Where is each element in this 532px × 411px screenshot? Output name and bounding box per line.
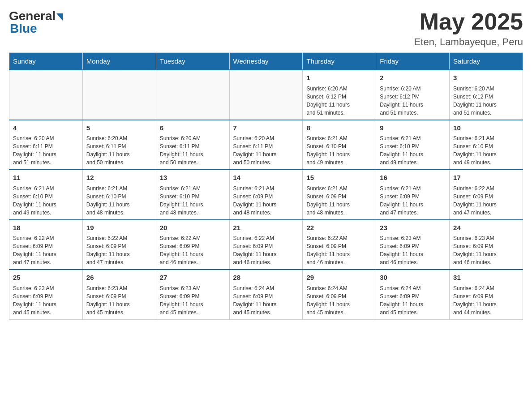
day-number: 26 bbox=[86, 273, 152, 283]
calendar-header-sunday: Sunday bbox=[9, 53, 83, 70]
day-info: Sunrise: 6:23 AM Sunset: 6:09 PM Dayligh… bbox=[86, 284, 152, 317]
week-row-5: 25Sunrise: 6:23 AM Sunset: 6:09 PM Dayli… bbox=[9, 270, 523, 319]
month-title: May 2025 bbox=[414, 9, 523, 34]
calendar-cell: 18Sunrise: 6:22 AM Sunset: 6:09 PM Dayli… bbox=[9, 220, 83, 270]
day-number: 18 bbox=[13, 223, 79, 233]
day-number: 31 bbox=[453, 273, 519, 283]
day-number: 9 bbox=[380, 123, 446, 133]
calendar-header-monday: Monday bbox=[82, 53, 156, 70]
day-info: Sunrise: 6:22 AM Sunset: 6:09 PM Dayligh… bbox=[233, 234, 299, 266]
day-number: 24 bbox=[453, 223, 519, 233]
calendar-cell bbox=[229, 70, 303, 120]
calendar-header-friday: Friday bbox=[376, 53, 450, 70]
calendar-cell: 19Sunrise: 6:22 AM Sunset: 6:09 PM Dayli… bbox=[82, 220, 156, 270]
day-number: 21 bbox=[233, 223, 299, 233]
calendar-cell: 5Sunrise: 6:20 AM Sunset: 6:11 PM Daylig… bbox=[82, 120, 156, 170]
day-number: 10 bbox=[453, 123, 519, 133]
calendar-cell: 22Sunrise: 6:22 AM Sunset: 6:09 PM Dayli… bbox=[303, 220, 376, 270]
logo-blue-text: Blue bbox=[10, 21, 37, 36]
day-info: Sunrise: 6:21 AM Sunset: 6:09 PM Dayligh… bbox=[233, 184, 299, 217]
calendar-header-saturday: Saturday bbox=[450, 53, 523, 70]
calendar-cell: 14Sunrise: 6:21 AM Sunset: 6:09 PM Dayli… bbox=[229, 170, 303, 220]
calendar-cell: 7Sunrise: 6:20 AM Sunset: 6:11 PM Daylig… bbox=[229, 120, 303, 170]
day-info: Sunrise: 6:24 AM Sunset: 6:09 PM Dayligh… bbox=[233, 284, 299, 317]
day-info: Sunrise: 6:21 AM Sunset: 6:10 PM Dayligh… bbox=[453, 134, 519, 167]
day-info: Sunrise: 6:21 AM Sunset: 6:09 PM Dayligh… bbox=[306, 184, 372, 217]
calendar-cell: 3Sunrise: 6:20 AM Sunset: 6:12 PM Daylig… bbox=[450, 70, 523, 120]
day-number: 23 bbox=[380, 223, 446, 233]
day-number: 19 bbox=[86, 223, 152, 233]
calendar-cell: 31Sunrise: 6:24 AM Sunset: 6:09 PM Dayli… bbox=[450, 270, 523, 319]
day-info: Sunrise: 6:22 AM Sunset: 6:09 PM Dayligh… bbox=[453, 184, 519, 217]
calendar-cell: 17Sunrise: 6:22 AM Sunset: 6:09 PM Dayli… bbox=[450, 170, 523, 220]
calendar-cell: 11Sunrise: 6:21 AM Sunset: 6:10 PM Dayli… bbox=[9, 170, 83, 220]
week-row-1: 1Sunrise: 6:20 AM Sunset: 6:12 PM Daylig… bbox=[9, 70, 523, 120]
day-info: Sunrise: 6:23 AM Sunset: 6:09 PM Dayligh… bbox=[380, 234, 446, 266]
day-info: Sunrise: 6:21 AM Sunset: 6:09 PM Dayligh… bbox=[380, 184, 446, 217]
day-info: Sunrise: 6:20 AM Sunset: 6:12 PM Dayligh… bbox=[306, 85, 372, 117]
calendar-header-tuesday: Tuesday bbox=[156, 53, 229, 70]
calendar-cell: 25Sunrise: 6:23 AM Sunset: 6:09 PM Dayli… bbox=[9, 270, 83, 319]
week-row-2: 4Sunrise: 6:20 AM Sunset: 6:11 PM Daylig… bbox=[9, 120, 523, 170]
calendar-cell: 20Sunrise: 6:22 AM Sunset: 6:09 PM Dayli… bbox=[156, 220, 229, 270]
day-info: Sunrise: 6:22 AM Sunset: 6:09 PM Dayligh… bbox=[160, 234, 226, 266]
day-info: Sunrise: 6:21 AM Sunset: 6:10 PM Dayligh… bbox=[306, 134, 372, 167]
calendar-cell: 12Sunrise: 6:21 AM Sunset: 6:10 PM Dayli… bbox=[82, 170, 156, 220]
calendar-cell: 15Sunrise: 6:21 AM Sunset: 6:09 PM Dayli… bbox=[303, 170, 376, 220]
title-section: May 2025 Eten, Lambayeque, Peru bbox=[414, 9, 523, 48]
calendar-cell: 27Sunrise: 6:23 AM Sunset: 6:09 PM Dayli… bbox=[156, 270, 229, 319]
day-info: Sunrise: 6:21 AM Sunset: 6:10 PM Dayligh… bbox=[13, 184, 79, 217]
calendar-cell: 1Sunrise: 6:20 AM Sunset: 6:12 PM Daylig… bbox=[303, 70, 376, 120]
calendar-cell: 10Sunrise: 6:21 AM Sunset: 6:10 PM Dayli… bbox=[450, 120, 523, 170]
calendar-cell: 8Sunrise: 6:21 AM Sunset: 6:10 PM Daylig… bbox=[303, 120, 376, 170]
calendar-header-row: SundayMondayTuesdayWednesdayThursdayFrid… bbox=[9, 53, 523, 70]
calendar-cell: 21Sunrise: 6:22 AM Sunset: 6:09 PM Dayli… bbox=[229, 220, 303, 270]
calendar-cell: 29Sunrise: 6:24 AM Sunset: 6:09 PM Dayli… bbox=[303, 270, 376, 319]
logo: General Blue bbox=[9, 9, 63, 36]
calendar-cell: 2Sunrise: 6:20 AM Sunset: 6:12 PM Daylig… bbox=[376, 70, 450, 120]
week-row-3: 11Sunrise: 6:21 AM Sunset: 6:10 PM Dayli… bbox=[9, 170, 523, 220]
day-info: Sunrise: 6:20 AM Sunset: 6:12 PM Dayligh… bbox=[453, 85, 519, 117]
day-number: 14 bbox=[233, 173, 299, 183]
day-number: 25 bbox=[13, 273, 79, 283]
day-number: 4 bbox=[13, 123, 79, 133]
calendar-cell: 26Sunrise: 6:23 AM Sunset: 6:09 PM Dayli… bbox=[82, 270, 156, 319]
day-info: Sunrise: 6:21 AM Sunset: 6:10 PM Dayligh… bbox=[160, 184, 226, 217]
calendar-cell bbox=[9, 70, 83, 120]
calendar-table: SundayMondayTuesdayWednesdayThursdayFrid… bbox=[9, 52, 523, 320]
day-number: 17 bbox=[453, 173, 519, 183]
day-info: Sunrise: 6:22 AM Sunset: 6:09 PM Dayligh… bbox=[306, 234, 372, 266]
day-number: 5 bbox=[86, 123, 152, 133]
calendar-cell: 9Sunrise: 6:21 AM Sunset: 6:10 PM Daylig… bbox=[376, 120, 450, 170]
calendar-cell: 30Sunrise: 6:24 AM Sunset: 6:09 PM Dayli… bbox=[376, 270, 450, 319]
day-info: Sunrise: 6:22 AM Sunset: 6:09 PM Dayligh… bbox=[86, 234, 152, 266]
day-info: Sunrise: 6:23 AM Sunset: 6:09 PM Dayligh… bbox=[13, 284, 79, 317]
day-number: 6 bbox=[160, 123, 226, 133]
day-number: 30 bbox=[380, 273, 446, 283]
day-number: 22 bbox=[306, 223, 372, 233]
location-title: Eten, Lambayeque, Peru bbox=[414, 36, 523, 48]
day-number: 2 bbox=[380, 73, 446, 83]
day-number: 15 bbox=[306, 173, 372, 183]
calendar-cell bbox=[82, 70, 156, 120]
day-number: 8 bbox=[306, 123, 372, 133]
day-info: Sunrise: 6:20 AM Sunset: 6:11 PM Dayligh… bbox=[233, 134, 299, 167]
day-info: Sunrise: 6:21 AM Sunset: 6:10 PM Dayligh… bbox=[86, 184, 152, 217]
day-info: Sunrise: 6:24 AM Sunset: 6:09 PM Dayligh… bbox=[306, 284, 372, 317]
day-number: 13 bbox=[160, 173, 226, 183]
day-info: Sunrise: 6:23 AM Sunset: 6:09 PM Dayligh… bbox=[453, 234, 519, 266]
page-header: General Blue May 2025 Eten, Lambayeque, … bbox=[9, 9, 523, 48]
day-info: Sunrise: 6:22 AM Sunset: 6:09 PM Dayligh… bbox=[13, 234, 79, 266]
day-number: 3 bbox=[453, 73, 519, 83]
day-info: Sunrise: 6:20 AM Sunset: 6:11 PM Dayligh… bbox=[13, 134, 79, 167]
calendar-header-thursday: Thursday bbox=[303, 53, 376, 70]
logo-arrow-icon bbox=[56, 13, 63, 21]
day-number: 16 bbox=[380, 173, 446, 183]
day-number: 28 bbox=[233, 273, 299, 283]
day-info: Sunrise: 6:21 AM Sunset: 6:10 PM Dayligh… bbox=[380, 134, 446, 167]
day-number: 12 bbox=[86, 173, 152, 183]
calendar-cell: 16Sunrise: 6:21 AM Sunset: 6:09 PM Dayli… bbox=[376, 170, 450, 220]
day-info: Sunrise: 6:24 AM Sunset: 6:09 PM Dayligh… bbox=[453, 284, 519, 317]
day-info: Sunrise: 6:20 AM Sunset: 6:11 PM Dayligh… bbox=[160, 134, 226, 167]
day-info: Sunrise: 6:20 AM Sunset: 6:12 PM Dayligh… bbox=[380, 85, 446, 117]
